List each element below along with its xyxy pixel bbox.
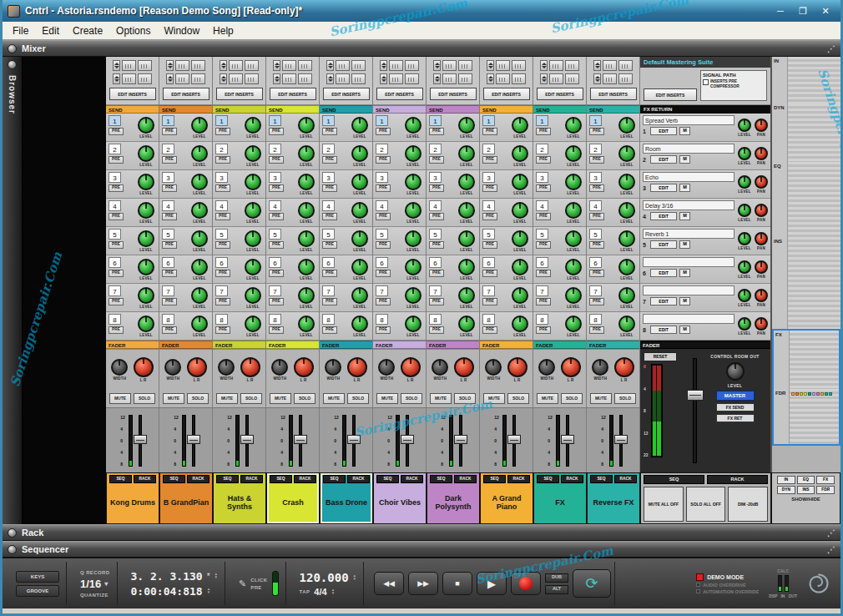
return-edit-button[interactable]: EDIT bbox=[650, 212, 677, 220]
return-pan-knob[interactable] bbox=[755, 119, 768, 132]
return-edit-button[interactable]: EDIT bbox=[650, 127, 677, 135]
seq-button[interactable]: SEQ bbox=[537, 475, 559, 483]
tempo-display[interactable]: 120.000 bbox=[300, 571, 349, 584]
master-edit-inserts-button[interactable]: EDIT INSERTS bbox=[644, 88, 697, 101]
send-level-knob[interactable] bbox=[351, 202, 368, 219]
send-level-knob[interactable] bbox=[458, 202, 475, 219]
rack-button[interactable]: RACK bbox=[454, 475, 477, 483]
edit-inserts-button[interactable]: EDIT INSERTS bbox=[537, 88, 583, 100]
stop-button[interactable]: ■ bbox=[442, 572, 472, 595]
return-level-knob[interactable] bbox=[738, 147, 751, 160]
send-pre-button[interactable]: PRE bbox=[109, 241, 124, 249]
mute-button[interactable]: MUTE bbox=[163, 393, 184, 404]
sequencer-grip-icon[interactable]: ⋰ bbox=[827, 545, 835, 554]
mute-button[interactable]: MUTE bbox=[216, 393, 238, 404]
send-pre-button[interactable]: PRE bbox=[215, 241, 230, 249]
insert-spinner[interactable] bbox=[433, 60, 441, 71]
inserts-pre-compressor-checkbox[interactable] bbox=[703, 79, 709, 85]
show-fx-button[interactable]: FX bbox=[816, 476, 835, 484]
mixer-panel-header[interactable]: Mixer ⋰ bbox=[3, 40, 840, 57]
send-level-knob[interactable] bbox=[405, 259, 422, 275]
click-pre-label[interactable]: PRE bbox=[250, 585, 267, 590]
channel-tab[interactable]: SEQ RACK Reverse FX bbox=[587, 472, 640, 524]
send-pre-button[interactable]: PRE bbox=[269, 128, 284, 135]
width-knob[interactable] bbox=[432, 359, 448, 376]
pan-knob[interactable] bbox=[507, 357, 528, 377]
insert-slot-icon[interactable] bbox=[442, 73, 457, 84]
insert-slot-icon[interactable] bbox=[618, 60, 633, 71]
send-level-knob[interactable] bbox=[512, 174, 528, 190]
solo-button[interactable]: SOLO bbox=[294, 393, 315, 404]
send-pre-button[interactable]: PRE bbox=[215, 326, 230, 334]
send-pre-button[interactable]: PRE bbox=[482, 326, 497, 334]
insert-slot-icon[interactable] bbox=[442, 60, 457, 71]
insert-spinner[interactable] bbox=[487, 60, 494, 71]
nav-mini-fx[interactable] bbox=[789, 331, 839, 389]
time-display[interactable]: 0:00:04:818 bbox=[131, 585, 203, 598]
send-level-knob[interactable] bbox=[138, 145, 154, 162]
solo-button[interactable]: SOLO bbox=[347, 393, 369, 404]
send-pre-button[interactable]: PRE bbox=[536, 241, 551, 249]
channel-fader[interactable] bbox=[459, 415, 462, 467]
seq-button[interactable]: SEQ bbox=[376, 475, 399, 483]
send-level-knob[interactable] bbox=[351, 117, 368, 134]
send-level-knob[interactable] bbox=[298, 117, 315, 134]
song-position-display[interactable]: 3. 2. 3.130 bbox=[131, 570, 203, 583]
alt-button[interactable]: ALT bbox=[545, 585, 568, 594]
send-level-knob[interactable] bbox=[512, 202, 528, 219]
insert-slot-icon[interactable] bbox=[175, 60, 189, 71]
return-edit-button[interactable]: EDIT bbox=[650, 326, 677, 334]
dub-button[interactable]: DUB bbox=[545, 573, 568, 583]
send-level-knob[interactable] bbox=[565, 202, 582, 219]
send-level-knob[interactable] bbox=[405, 145, 422, 162]
nav-mini-in[interactable] bbox=[787, 57, 840, 104]
send-level-knob[interactable] bbox=[351, 287, 368, 304]
insert-spinner[interactable] bbox=[540, 60, 548, 71]
return-mute-button[interactable]: M bbox=[679, 326, 690, 334]
insert-slot-icon[interactable] bbox=[351, 60, 366, 71]
send-pre-button[interactable]: PRE bbox=[429, 326, 444, 334]
send-pre-button[interactable]: PRE bbox=[376, 326, 391, 334]
seq-button[interactable]: SEQ bbox=[216, 475, 239, 483]
menu-help[interactable]: Help bbox=[206, 23, 240, 38]
insert-spinner[interactable] bbox=[326, 73, 334, 84]
master-seq-button[interactable]: SEQ bbox=[644, 475, 704, 484]
show-dyn-button[interactable]: DYN bbox=[777, 486, 795, 494]
send-pre-button[interactable]: PRE bbox=[429, 128, 444, 135]
send-pre-button[interactable]: PRE bbox=[269, 184, 284, 192]
insert-spinner[interactable] bbox=[166, 60, 174, 71]
pan-knob[interactable] bbox=[240, 357, 260, 377]
send-pre-button[interactable]: PRE bbox=[269, 298, 284, 305]
solo-button[interactable]: SOLO bbox=[134, 393, 155, 404]
send-level-knob[interactable] bbox=[351, 145, 368, 162]
channel-fader[interactable] bbox=[512, 415, 516, 467]
send-level-knob[interactable] bbox=[138, 259, 154, 275]
send-level-knob[interactable] bbox=[138, 174, 154, 190]
return-name-field[interactable] bbox=[643, 285, 734, 295]
solo-all-off-button[interactable]: SOLO ALL OFF bbox=[686, 487, 726, 522]
insert-slot-icon[interactable] bbox=[245, 60, 259, 71]
return-name-field[interactable]: Reverb 1 bbox=[643, 229, 734, 239]
channel-tab[interactable]: SEQ RACK B GrandPian bbox=[159, 472, 213, 524]
rack-panel-header[interactable]: Rack ⋰ bbox=[3, 524, 840, 541]
send-pre-button[interactable]: PRE bbox=[589, 184, 604, 192]
width-knob[interactable] bbox=[378, 359, 395, 376]
pan-knob[interactable] bbox=[561, 357, 581, 377]
insert-spinner[interactable] bbox=[113, 73, 120, 84]
send-level-knob[interactable] bbox=[298, 316, 315, 332]
insert-slot-icon[interactable] bbox=[298, 73, 312, 84]
send-level-knob[interactable] bbox=[458, 117, 475, 134]
show-fdr-button[interactable]: FDR bbox=[816, 486, 835, 494]
rack-button[interactable]: RACK bbox=[347, 475, 370, 483]
insert-slot-icon[interactable] bbox=[458, 60, 472, 71]
insert-spinner[interactable] bbox=[220, 73, 227, 84]
send-pre-button[interactable]: PRE bbox=[482, 241, 497, 249]
send-level-knob[interactable] bbox=[351, 259, 368, 275]
insert-slot-icon[interactable] bbox=[496, 73, 510, 84]
close-button[interactable]: ✕ bbox=[815, 3, 835, 18]
send-pre-button[interactable]: PRE bbox=[536, 270, 551, 277]
send-level-knob[interactable] bbox=[191, 117, 208, 134]
send-level-knob[interactable] bbox=[512, 287, 528, 304]
send-level-knob[interactable] bbox=[245, 174, 261, 190]
send-pre-button[interactable]: PRE bbox=[269, 270, 284, 277]
